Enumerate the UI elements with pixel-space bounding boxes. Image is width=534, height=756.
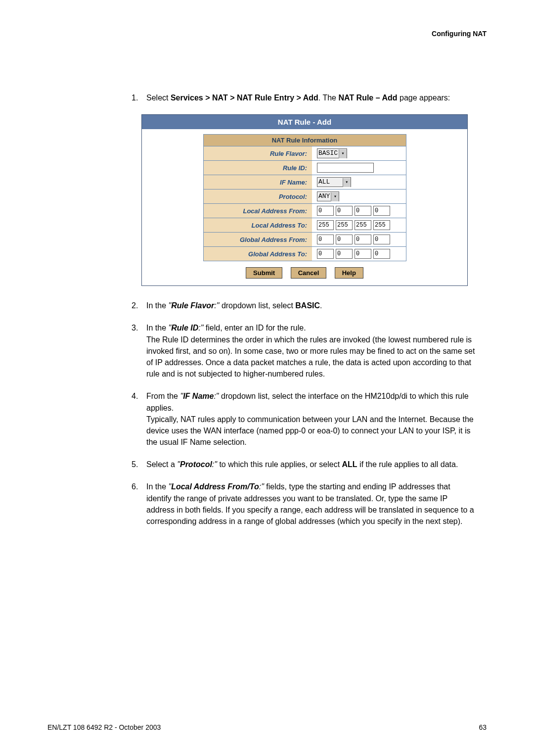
text: From the: [146, 392, 180, 400]
form-table: NAT Rule Information Rule Flavor: BASIC▾…: [203, 134, 406, 261]
text: In the: [146, 324, 168, 332]
step-3-body: In the "Rule ID:" field, enter an ID for…: [146, 322, 477, 379]
global-addr-from-cell: 0000: [312, 233, 406, 247]
ip-octet-input[interactable]: 0: [336, 235, 353, 244]
step-6: 6. In the "Local Address From/To:" field…: [132, 481, 477, 527]
rule-flavor-term: Rule Flavor: [171, 301, 214, 310]
ip-octet-input[interactable]: 0: [373, 249, 390, 259]
step-3: 3. In the "Rule ID:" field, enter an ID …: [132, 322, 477, 379]
ip-octet-input[interactable]: 0: [355, 249, 371, 259]
step-1-text-mid: . The: [318, 94, 339, 102]
page-header: Configuring NAT: [47, 30, 487, 38]
protocol-cell: ANY▾: [312, 189, 406, 204]
text: In the: [146, 301, 168, 310]
step-1: 1. Select Services > NAT > NAT Rule Entr…: [132, 92, 477, 103]
ip-octet-input[interactable]: 255: [373, 220, 390, 230]
ip-octet-input[interactable]: 0: [317, 249, 334, 259]
step-2: 2. In the "Rule Flavor:" dropdown list, …: [132, 300, 477, 311]
step-6-number: 6.: [132, 481, 146, 527]
step-1-body: Select Services > NAT > NAT Rule Entry >…: [146, 92, 477, 103]
page-footer: EN/LZT 108 6492 R2 - October 2003 63: [47, 723, 487, 731]
table-row: Local Address From: 0000: [203, 204, 406, 218]
local-addr-from-label: Local Address From:: [203, 204, 312, 218]
text: :": [212, 460, 217, 469]
text: dropdown list, select: [219, 301, 295, 310]
step-1-text-pre: Select: [146, 94, 171, 102]
local-addr-to-cell: 255255255255: [312, 218, 406, 233]
ip-octet-input[interactable]: 0: [355, 235, 371, 244]
submit-button[interactable]: Submit: [246, 267, 282, 279]
protocol-label: Protocol:: [203, 189, 312, 204]
button-row: Submit Cancel Help: [152, 261, 457, 279]
step-5-body: Select a "Protocol:" to which this rule …: [146, 459, 477, 470]
step-1-text-post: page appears:: [398, 94, 450, 102]
ip-octet-input[interactable]: 0: [373, 206, 390, 216]
protocol-select[interactable]: ANY▾: [317, 191, 339, 201]
table-row: Global Address To: 0000: [203, 247, 406, 261]
text: Select a: [146, 460, 177, 469]
ip-octet-input[interactable]: 0: [317, 206, 334, 216]
content-area: 1. Select Services > NAT > NAT Rule Entr…: [132, 92, 477, 527]
footer-left: EN/LZT 108 6492 R2 - October 2003: [47, 723, 161, 731]
step-2-body: In the "Rule Flavor:" dropdown list, sel…: [146, 300, 477, 311]
step-3-desc: The Rule ID determines the order in whic…: [146, 335, 475, 378]
rule-id-input[interactable]: [317, 163, 374, 173]
step-3-number: 3.: [132, 322, 146, 379]
if-name-term: IF Name: [183, 392, 214, 400]
global-addr-from-label: Global Address From:: [203, 233, 312, 247]
text: :": [259, 482, 264, 491]
text: In the: [146, 482, 168, 491]
help-button[interactable]: Help: [335, 267, 363, 279]
if-name-cell: ALL ▾: [312, 175, 406, 189]
ip-octet-input[interactable]: 0: [373, 235, 390, 244]
step-6-body: In the "Local Address From/To:" fields, …: [146, 481, 477, 527]
chevron-down-icon: ▾: [339, 149, 347, 158]
global-addr-to-label: Global Address To:: [203, 247, 312, 261]
nat-rule-form: NAT Rule - Add NAT Rule Information Rule…: [141, 114, 468, 286]
step-4-desc: Typically, NAT rules apply to communicat…: [146, 415, 474, 446]
text: if the rule applies to all data.: [357, 460, 458, 469]
form-title: NAT Rule - Add: [142, 115, 467, 129]
text: :": [198, 324, 203, 332]
table-row: Rule ID:: [203, 161, 406, 175]
cancel-button[interactable]: Cancel: [291, 267, 327, 279]
text: field, enter an ID for the rule.: [203, 324, 306, 332]
global-addr-to-cell: 0000: [312, 247, 406, 261]
rule-flavor-select[interactable]: BASIC▾: [317, 148, 347, 158]
ip-octet-input[interactable]: 0: [336, 249, 353, 259]
step-4-body: From the "IF Name:" dropdown list, selec…: [146, 390, 477, 448]
chevron-down-icon: ▾: [331, 192, 339, 201]
table-row: Local Address To: 255255255255: [203, 218, 406, 233]
if-name-select[interactable]: ALL ▾: [317, 177, 351, 187]
ip-octet-input[interactable]: 255: [317, 220, 334, 230]
ip-octet-input[interactable]: 0: [336, 206, 353, 216]
rule-flavor-label: Rule Flavor:: [203, 146, 312, 161]
table-row: Global Address From: 0000: [203, 233, 406, 247]
step-4: 4. From the "IF Name:" dropdown list, se…: [132, 390, 477, 448]
rule-id-cell: [312, 161, 406, 175]
step-5-number: 5.: [132, 459, 146, 470]
protocol-value: ANY: [318, 192, 330, 200]
text: .: [320, 301, 322, 310]
step-4-number: 4.: [132, 390, 146, 448]
protocol-term: Protocol: [180, 460, 212, 469]
ip-octet-input[interactable]: 0: [355, 206, 371, 216]
ip-octet-input[interactable]: 0: [317, 235, 334, 244]
if-name-value: ALL: [318, 178, 330, 186]
step-1-number: 1.: [132, 92, 146, 103]
footer-page-number: 63: [479, 723, 487, 731]
section-header-cell: NAT Rule Information: [203, 135, 406, 146]
rule-id-label: Rule ID:: [203, 161, 312, 175]
form-body: NAT Rule Information Rule Flavor: BASIC▾…: [142, 129, 467, 285]
local-addr-from-cell: 0000: [312, 204, 406, 218]
basic-term: BASIC: [295, 301, 320, 310]
step-1-nav2: NAT Rule – Add: [338, 94, 397, 102]
ip-octet-input[interactable]: 255: [336, 220, 353, 230]
table-row: Protocol: ANY▾: [203, 189, 406, 204]
all-term: ALL: [342, 460, 357, 469]
step-1-nav: Services > NAT > NAT Rule Entry > Add: [171, 94, 318, 102]
if-name-label: IF Name:: [203, 175, 312, 189]
ip-octet-input[interactable]: 255: [355, 220, 371, 230]
text: :": [214, 392, 219, 400]
text: :": [214, 301, 219, 310]
